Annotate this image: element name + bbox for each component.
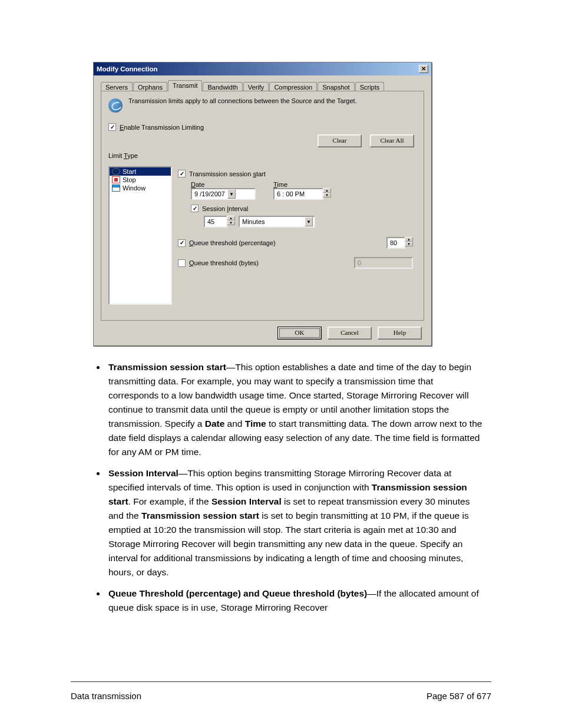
clock-icon xyxy=(112,168,120,175)
queue-bytes-label: Queue threshold (bytes) xyxy=(189,259,259,266)
time-input[interactable]: 6 : 00 PM xyxy=(273,188,323,200)
window-icon xyxy=(112,185,120,192)
transmit-panel: Transmission limits apply to all connect… xyxy=(101,91,424,321)
list-item-window[interactable]: Window xyxy=(110,184,171,192)
stop-icon xyxy=(112,176,120,183)
interval-unit-dropdown[interactable]: Minutes▼ xyxy=(239,216,315,228)
ok-button[interactable]: OK xyxy=(277,327,322,340)
tab-strip: Servers Orphans Transmit Bandwidth Verif… xyxy=(101,80,424,91)
list-item-stop[interactable]: Stop xyxy=(110,176,171,184)
time-spinner[interactable]: ▲▼ xyxy=(323,188,331,200)
session-start-checkbox[interactable] xyxy=(178,170,186,177)
chevron-down-icon[interactable]: ▼ xyxy=(305,217,313,226)
clear-all-button[interactable]: Clear All xyxy=(370,134,414,147)
queue-pct-label: Queue threshold (percentage) xyxy=(189,239,276,246)
dialog-titlebar[interactable]: Modify Connection ✕ xyxy=(94,62,431,75)
transmit-info-icon xyxy=(108,98,123,113)
tab-transmit[interactable]: Transmit xyxy=(168,80,202,91)
interval-spinner[interactable]: ▲▼ xyxy=(227,216,235,228)
date-input[interactable]: 9 /19/2007▼ xyxy=(191,188,256,200)
list-item: Transmission session start—This option e… xyxy=(106,360,485,459)
enable-limiting-checkbox[interactable] xyxy=(108,123,116,131)
modify-connection-dialog: Modify Connection ✕ Servers Orphans Tran… xyxy=(93,62,432,346)
list-item: Session Interval—This option begins tran… xyxy=(106,466,485,579)
page-footer: Data transmission Page 587 of 677 xyxy=(71,691,491,701)
list-item-start[interactable]: Start xyxy=(110,167,171,176)
queue-bytes-input: 0 xyxy=(354,257,413,269)
clear-button[interactable]: Clear xyxy=(318,134,362,147)
footer-right: Page 587 of 677 xyxy=(427,691,491,701)
session-start-label: Transmission session start xyxy=(189,170,266,177)
list-item: Queue Threshold (percentage) and Queue t… xyxy=(106,587,485,615)
footer-left: Data transmission xyxy=(71,691,141,701)
chevron-down-icon[interactable]: ▼ xyxy=(227,189,236,199)
time-label: Time xyxy=(273,181,331,188)
queue-pct-spinner[interactable]: ▲▼ xyxy=(405,237,413,249)
session-interval-label: Session Interval xyxy=(202,205,248,212)
cancel-button[interactable]: Cancel xyxy=(328,327,372,340)
enable-limiting-label: Enable Transmission Limiting xyxy=(120,124,204,131)
dialog-title: Modify Connection xyxy=(97,65,158,73)
footer-divider xyxy=(71,681,491,682)
interval-value-input[interactable]: 45 xyxy=(204,216,227,228)
queue-pct-checkbox[interactable] xyxy=(178,239,186,247)
session-interval-checkbox[interactable] xyxy=(191,205,199,212)
transmit-info-text: Transmission limits apply to all connect… xyxy=(128,97,357,104)
date-label: Date xyxy=(191,181,256,188)
limit-type-label: Limit Type xyxy=(108,152,416,159)
limit-type-listbox[interactable]: Start Stop Window xyxy=(108,166,172,305)
help-button[interactable]: Help xyxy=(378,327,422,340)
queue-pct-input[interactable]: 80 xyxy=(386,237,405,249)
explanation-list: Transmission session start—This option e… xyxy=(106,360,491,615)
queue-bytes-checkbox[interactable] xyxy=(178,259,186,267)
close-icon[interactable]: ✕ xyxy=(419,65,428,73)
